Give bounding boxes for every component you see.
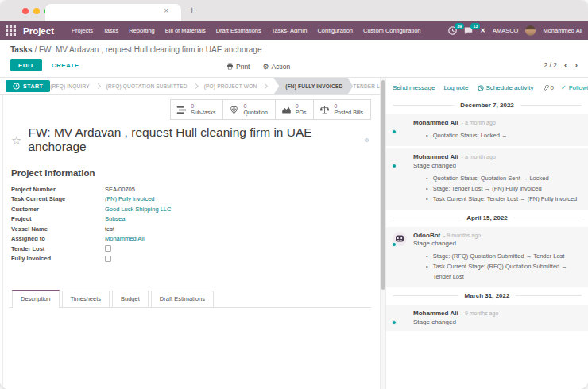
- menu-item-reporting[interactable]: Reporting: [129, 27, 155, 34]
- activities-clock-icon[interactable]: 39: [448, 26, 457, 35]
- form-sheet: 0Sub-tasks0Quotation0POs0Posted Bills ☆ …: [2, 95, 377, 389]
- tracking-change-item: Task Current Stage: (RFQ) Quotation Subm…: [413, 261, 582, 282]
- field-row-assigned-to: Assigned toMohammed Ali: [11, 234, 369, 245]
- apps-menu-icon[interactable]: [6, 25, 16, 36]
- tracking-changes: Stage: (RFQ) Quotation Submitted → Tende…: [413, 251, 582, 282]
- field-label: Tender Lost: [11, 245, 105, 252]
- field-label: Project Number: [11, 186, 105, 193]
- chatter-message: Mohammed Ali- a month agoStage changedQu…: [386, 148, 588, 210]
- control-buttons-row: EDIT CREATE Print ⚙ Action 2 / 2 ‹ ›: [0, 56, 588, 78]
- field-value[interactable]: Subsea: [105, 215, 125, 222]
- check-icon: ✓: [561, 84, 567, 91]
- timer-icon: [13, 83, 20, 90]
- tab-timesheets[interactable]: Timesheets: [62, 291, 110, 307]
- pager-previous-icon[interactable]: ‹: [564, 61, 567, 69]
- stage-arrow-icon: [262, 83, 268, 89]
- message-header: Mohammed Ali- a month ago: [413, 153, 582, 160]
- stage-fn-fully-invoiced[interactable]: (FN) FULLY INVOICED: [273, 78, 353, 94]
- message-avatar[interactable]: [393, 232, 407, 246]
- menu-item-tasks[interactable]: Tasks: [103, 27, 118, 34]
- close-window-button[interactable]: [22, 8, 29, 14]
- user-avatar[interactable]: [525, 25, 536, 36]
- menu-item-bill-of-materials[interactable]: Bill of Materials: [165, 27, 206, 34]
- message-subtitle: Stage changed: [413, 240, 582, 247]
- tab-description[interactable]: Description: [12, 290, 60, 308]
- message-author[interactable]: Mohammed Ali: [413, 310, 458, 317]
- stage-rfq-quotation-submitted[interactable]: (RFQ) QUOTATION SUBMITTED: [106, 83, 188, 89]
- smart-button-text: 0Sub-tasks: [191, 103, 215, 117]
- message-feed: December 7, 2022Mohammed Ali- a month ag…: [386, 97, 588, 389]
- message-avatar[interactable]: [393, 310, 407, 324]
- app-name[interactable]: Project: [23, 26, 54, 36]
- task-title: FW: MV Ardavan , request Hull cleaning f…: [28, 125, 357, 154]
- tracking-changes: Quotation Status: Locked →: [413, 130, 582, 141]
- message-author[interactable]: OdooBot: [413, 232, 440, 239]
- field-row-customer: CustomerGood Luck Shipping LLC: [11, 204, 369, 214]
- clock-icon: [478, 85, 484, 91]
- field-row-project: ProjectSubsea: [11, 214, 369, 225]
- breadcrumb-tasks-link[interactable]: Tasks: [10, 45, 33, 54]
- smart-button-pos[interactable]: 0POs: [275, 99, 315, 120]
- tab-budget[interactable]: Budget: [112, 291, 149, 307]
- menu-item-tasks-admin[interactable]: Tasks- Admin: [272, 27, 308, 34]
- debug-close-icon[interactable]: ✕: [480, 27, 485, 34]
- minimize-window-button[interactable]: [33, 8, 40, 14]
- smart-button-count: 0: [191, 103, 215, 110]
- message-timestamp: - 9 months ago: [443, 233, 481, 238]
- schedule-activity-button[interactable]: Schedule activity: [478, 84, 534, 91]
- menu-item-configuration[interactable]: Configuration: [317, 27, 353, 34]
- company-name[interactable]: AMASCO: [493, 27, 519, 34]
- menu-item-draft-estimations[interactable]: Draft Estimations: [216, 27, 261, 34]
- close-tab-icon[interactable]: ×: [164, 7, 168, 15]
- start-timer-button[interactable]: START: [6, 80, 50, 92]
- print-button[interactable]: Print: [226, 63, 250, 71]
- smart-button-posted-bills[interactable]: 0Posted Bills: [313, 99, 371, 120]
- scrollbar-thumb[interactable]: [381, 80, 385, 290]
- breadcrumb: Tasks / FW: MV Ardavan , request Hull cl…: [0, 40, 588, 56]
- new-tab-button[interactable]: +: [189, 6, 195, 15]
- edit-button[interactable]: EDIT: [10, 59, 42, 71]
- gear-icon: ⚙: [262, 63, 269, 71]
- browser-tab[interactable]: ×: [45, 4, 181, 21]
- stage-rfq-inquiry[interactable]: (RFQ) INQUIRY: [50, 83, 89, 89]
- tracking-changes: Quotation Status: Quotation Sent → Locke…: [413, 173, 582, 204]
- message-author[interactable]: Mohammed Ali: [413, 153, 458, 160]
- create-button[interactable]: CREATE: [52, 62, 79, 69]
- checkbox-fully-invoiced[interactable]: [105, 256, 111, 262]
- pager-next-icon[interactable]: ›: [574, 61, 578, 69]
- pager: 2 / 2 ‹ ›: [544, 61, 578, 69]
- chatter-message: Mohammed Ali- 9 months agoStage changed: [386, 305, 588, 331]
- message-timestamp: - a month ago: [462, 120, 496, 125]
- messages-bubble-icon[interactable]: 13: [464, 26, 473, 35]
- field-value[interactable]: (FN) Fully invoiced: [105, 195, 155, 202]
- field-value[interactable]: Mohammed Ali: [105, 235, 145, 242]
- message-avatar[interactable]: [393, 153, 407, 168]
- favorite-star-icon[interactable]: ☆: [11, 134, 21, 146]
- user-name[interactable]: Mohammed Ali: [543, 27, 582, 34]
- task-title-row: ☆ FW: MV Ardavan , request Hull cleaning…: [9, 120, 371, 154]
- attachments-button[interactable]: 0: [543, 84, 554, 91]
- menu-item-custom-configuration[interactable]: Custom Configuration: [363, 27, 421, 34]
- field-list: Project NumberSEA/00705Task Current Stag…: [11, 184, 369, 264]
- kanban-state-icon[interactable]: [365, 138, 369, 142]
- date-separator: April 15, 2022: [393, 214, 582, 221]
- stage-arrow-icon: [95, 83, 101, 89]
- following-button[interactable]: ✓ Following: [561, 84, 588, 91]
- date-separator: December 7, 2022: [393, 102, 582, 109]
- checkbox-tender-lost[interactable]: [105, 245, 111, 252]
- message-body: OdooBot- 9 months agoStage changedStage:…: [413, 232, 582, 283]
- smart-button-sub-tasks[interactable]: 0Sub-tasks: [170, 99, 223, 120]
- field-value[interactable]: Good Luck Shipping LLC: [105, 206, 171, 213]
- stage-po-project-won[interactable]: (PO) PROJECT WON: [204, 83, 257, 89]
- action-button[interactable]: ⚙ Action: [262, 63, 290, 71]
- log-note-button[interactable]: Log note: [443, 84, 468, 91]
- menu-item-projects[interactable]: Projects: [72, 27, 93, 34]
- field-label: Assigned to: [11, 235, 105, 242]
- vertical-scrollbar[interactable]: [380, 78, 386, 389]
- diamond-icon: [229, 105, 239, 115]
- message-author[interactable]: Mohammed Ali: [413, 119, 458, 126]
- smart-button-quotation[interactable]: 0Quotation: [222, 99, 275, 120]
- smart-button-count: 0: [334, 103, 363, 110]
- tab-draft-estimations[interactable]: Draft Estimations: [151, 291, 214, 307]
- message-avatar[interactable]: [393, 119, 407, 133]
